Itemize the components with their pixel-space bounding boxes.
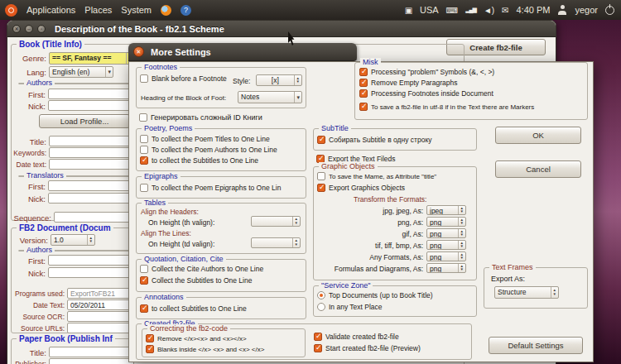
checkbox[interactable]	[140, 184, 148, 192]
title-input[interactable]	[49, 136, 134, 146]
checkbox-label[interactable]: Processing "problem" Symbols (&, <, >)	[371, 68, 494, 76]
maximize-button[interactable]: ▫	[37, 25, 46, 33]
network-signal-icon[interactable]: ▂▄▆	[465, 7, 476, 13]
checkbox-label[interactable]: Blanks inside </x> <x> and <x> </x>	[157, 346, 264, 353]
gif-format-combo[interactable]: png	[426, 228, 466, 238]
genre-combo[interactable]: == SF, Fantasy ==	[49, 52, 134, 65]
radio-button[interactable]	[317, 303, 325, 311]
power-icon[interactable]	[605, 6, 614, 15]
checkbox[interactable]	[317, 184, 325, 192]
checkbox[interactable]	[314, 333, 322, 341]
programs-used-input[interactable]: ExportToFB21	[67, 288, 134, 299]
source-ocr-input[interactable]	[67, 311, 134, 322]
export-graphics-option[interactable]: Export Graphics Objects	[317, 184, 405, 192]
close-button[interactable]: ✕	[12, 25, 21, 33]
checkbox-label[interactable]: To collect the Poem Authors to One Line	[152, 146, 277, 154]
mail-icon[interactable]: ✉	[502, 6, 508, 15]
checkbox[interactable]	[140, 146, 148, 154]
complex-id-option[interactable]: Генерировать сложный ID Книги	[139, 113, 262, 122]
user-menu[interactable]: yegor	[575, 5, 598, 15]
keyboard-layout-indicator[interactable]: USA	[420, 5, 439, 15]
poem-epigraphs-option[interactable]: To collect the Poem Epigraphs to One Lin	[140, 184, 281, 192]
radio-label[interactable]: In any Text Place	[329, 303, 383, 311]
any-text-place-radio[interactable]: In any Text Place	[317, 303, 383, 311]
checkbox-label[interactable]: Processing Footnotes inside Document	[371, 89, 493, 98]
checkbox-label[interactable]: Собирать Subtitle в одну строку	[329, 136, 432, 144]
cancel-button[interactable]: Cancel	[495, 160, 581, 178]
spinner-icon[interactable]	[458, 229, 465, 237]
save-name-attribute-option[interactable]: To save the Mame, as Attribute "title"	[317, 172, 436, 180]
keyboard-icon[interactable]: ⌨	[446, 6, 458, 15]
text-frames-combo[interactable]: Structure	[494, 286, 559, 299]
author-first-input[interactable]	[48, 89, 130, 99]
lang-combo[interactable]: English (en)	[49, 66, 113, 78]
checkbox[interactable]	[359, 79, 368, 87]
dropdown-arrow-icon[interactable]	[294, 92, 301, 103]
th-valign-combo[interactable]	[251, 216, 301, 227]
ubuntu-logo-icon[interactable]	[5, 4, 17, 17]
menu-places[interactable]: Places	[84, 5, 112, 15]
firefox-icon[interactable]	[161, 5, 171, 16]
help-icon[interactable]: ?	[181, 5, 191, 16]
cite-subtitles-option[interactable]: Collect the Subtitles to One Line	[140, 276, 252, 285]
close-button[interactable]: ✕	[133, 46, 144, 57]
spinner-icon[interactable]	[292, 217, 300, 226]
spinner-icon[interactable]	[294, 75, 301, 85]
problem-symbols-option[interactable]: Processing "problem" Symbols (&, <, >)	[359, 68, 494, 76]
author-nick-input[interactable]	[48, 100, 130, 111]
version-combo[interactable]: 1.0	[51, 234, 95, 246]
checkbox-label[interactable]: Blank before a Footnote	[152, 74, 227, 83]
validate-fb2-option[interactable]: Validate created fb2-file	[314, 333, 399, 341]
doc-date-input[interactable]: 05/20/2011	[67, 299, 134, 310]
clock[interactable]: 4:40 PM	[517, 5, 551, 15]
checkbox[interactable]	[140, 304, 148, 313]
load-profile-button[interactable]: Load Profile...	[39, 114, 130, 128]
spinner-icon[interactable]	[551, 287, 558, 298]
checkbox[interactable]	[139, 113, 147, 122]
spinner-icon[interactable]	[458, 218, 465, 226]
doc-author-nick-input[interactable]	[48, 267, 130, 278]
battery-icon[interactable]: ▣	[405, 6, 412, 15]
footnote-style-combo[interactable]: [x]	[256, 74, 302, 86]
checkbox[interactable]	[140, 276, 148, 285]
checkbox-label[interactable]: To collect the Poem Titles to One Line	[152, 135, 270, 143]
checkbox[interactable]	[359, 68, 368, 76]
poem-subtitles-option[interactable]: to collect the Subtitles to One Line	[140, 156, 258, 165]
keywords-input[interactable]	[49, 147, 134, 158]
checkbox-label[interactable]: Генерировать сложный ID Книги	[151, 113, 262, 122]
radio-button[interactable]	[317, 291, 325, 299]
footnotes-inside-option[interactable]: Processing Footnotes inside Document	[359, 89, 493, 98]
spinner-icon[interactable]	[292, 238, 300, 247]
checkbox[interactable]	[140, 156, 148, 165]
checkbox[interactable]	[140, 135, 148, 143]
checkbox-label[interactable]: Collect the Subtitles to One Line	[152, 276, 252, 285]
translator-nick-input[interactable]	[48, 193, 130, 204]
png-format-combo[interactable]: png	[426, 217, 466, 227]
checkbox[interactable]	[359, 89, 368, 98]
poem-authors-option[interactable]: To collect the Poem Authors to One Line	[140, 146, 277, 154]
checkbox[interactable]	[140, 74, 148, 83]
poem-titles-option[interactable]: To collect the Poem Titles to One Line	[140, 135, 270, 143]
tif-format-combo[interactable]: png	[426, 240, 466, 250]
menu-system[interactable]: System	[121, 5, 152, 15]
translator-first-input[interactable]	[48, 180, 130, 191]
utf8-markers-option[interactable]: To save a fb2-file in utf-8 if in the Te…	[359, 103, 534, 111]
checkbox-label[interactable]: to collect Subtitles to One Line	[152, 304, 247, 313]
checkbox-label[interactable]: Validate created fb2-file	[325, 333, 399, 341]
dialog-titlebar[interactable]: ✕ More Settings	[128, 43, 357, 61]
date-text-input[interactable]	[49, 159, 134, 170]
spinner-icon[interactable]	[87, 235, 94, 245]
ok-button[interactable]: OK	[495, 127, 581, 144]
start-fb2-preview-option[interactable]: Start created fb2-file (Preview)	[314, 344, 421, 352]
checkbox[interactable]	[314, 344, 322, 352]
checkbox-label[interactable]: To save a fb2-file in utf-8 if in the Te…	[371, 103, 534, 111]
menu-applications[interactable]: Applications	[26, 5, 75, 15]
volume-icon[interactable]: ◄)	[484, 6, 494, 15]
spinner-icon[interactable]	[458, 252, 465, 261]
checkbox[interactable]	[317, 172, 325, 180]
spinner-icon[interactable]	[458, 206, 465, 214]
dropdown-arrow-icon[interactable]	[105, 67, 113, 77]
checkbox[interactable]	[140, 265, 148, 273]
remove-empty-paragraphs-option[interactable]: Remove Empty Paragraphs	[359, 79, 457, 87]
default-settings-button[interactable]: Default Settings	[489, 337, 583, 354]
